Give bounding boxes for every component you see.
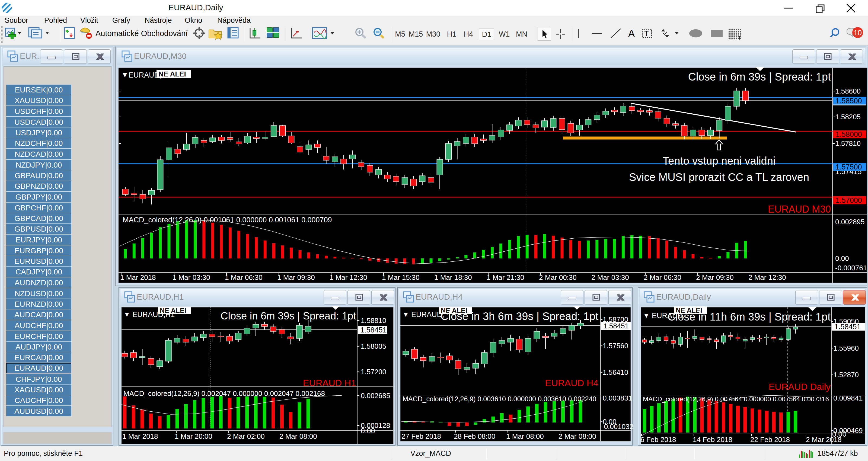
- svg-text:EURAUD H1: EURAUD H1: [303, 378, 356, 388]
- svg-text:1 Mar 21:30: 1 Mar 21:30: [487, 273, 524, 281]
- svg-text:EURAUD Daily: EURAUD Daily: [769, 381, 831, 392]
- svg-text:1.57000: 1.57000: [835, 196, 862, 205]
- svg-text:1.57500: 1.57500: [835, 163, 862, 171]
- svg-text:22 Feb 2018: 22 Feb 2018: [750, 435, 790, 443]
- svg-text:10: 10: [854, 29, 862, 37]
- svg-text:0.002685: 0.002685: [361, 392, 390, 400]
- svg-text:1 Mar 18:30: 1 Mar 18:30: [434, 273, 472, 281]
- svg-text:NE ALEI: NE ALEI: [158, 70, 186, 78]
- svg-text:1.56410: 1.56410: [603, 368, 628, 376]
- svg-text:1.58205: 1.58205: [835, 113, 861, 121]
- svg-text:1 Mar 20:00: 1 Mar 20:00: [175, 432, 212, 440]
- svg-text:2 Mar 08:00: 2 Mar 08:00: [558, 432, 596, 440]
- svg-text:1.57810: 1.57810: [835, 140, 861, 148]
- svg-text:▼: ▼: [123, 310, 130, 318]
- svg-text:1.58000: 1.58000: [835, 130, 862, 139]
- svg-text:1.58600: 1.58600: [835, 87, 861, 95]
- svg-text:1.57560: 1.57560: [603, 342, 628, 350]
- svg-text:0.009841: 0.009841: [833, 394, 863, 402]
- svg-text:EURAUD H4: EURAUD H4: [545, 378, 598, 388]
- svg-text:F: F: [739, 35, 742, 41]
- svg-text:0.003831: 0.003831: [603, 394, 632, 402]
- svg-text:1 Mar 2018: 1 Mar 2018: [120, 273, 156, 281]
- svg-text:-0.001032: -0.001032: [601, 423, 633, 431]
- svg-text:1 Mar 03:30: 1 Mar 03:30: [173, 273, 210, 281]
- svg-text:2 Mar 2018: 2 Mar 2018: [806, 435, 842, 443]
- svg-text:2 Mar 03:30: 2 Mar 03:30: [591, 273, 629, 281]
- svg-text:2 Mar 00:30: 2 Mar 00:30: [539, 273, 577, 281]
- svg-text:1.58451: 1.58451: [360, 326, 387, 334]
- svg-text:MACD_colored(12,26,9) 0.002047: MACD_colored(12,26,9) 0.002047 0.000000 …: [123, 390, 325, 398]
- svg-text:28 Feb 08:00: 28 Feb 08:00: [454, 432, 495, 440]
- svg-text:-0.000761: -0.000761: [835, 264, 867, 272]
- svg-text:MACD_colored(12,26,9) 0.003610: MACD_colored(12,26,9) 0.003610 0.000000 …: [403, 395, 596, 403]
- svg-text:Close in 6m 39s | Spread: 1pt: Close in 6m 39s | Spread: 1pt: [220, 310, 356, 321]
- svg-text:1.58810: 1.58810: [361, 316, 386, 325]
- svg-text:0.00: 0.00: [835, 254, 849, 263]
- svg-text:MACD_colored(12,26,9) 0.007564: MACD_colored(12,26,9) 0.007564 0.000000 …: [643, 395, 829, 403]
- svg-text:▼: ▼: [402, 310, 409, 318]
- svg-text:Tento vstup neni validni: Tento vstup neni validni: [663, 155, 775, 167]
- svg-text:1.57200: 1.57200: [361, 368, 386, 376]
- svg-text:1 Mar 06:30: 1 Mar 06:30: [225, 273, 262, 281]
- svg-text:Close in 3h 6m 39s | Spread: 1: Close in 3h 6m 39s | Spread: 1pt: [440, 310, 598, 322]
- svg-text:EURAUD M30: EURAUD M30: [768, 204, 831, 215]
- svg-text:1 Mar 09:30: 1 Mar 09:30: [277, 273, 315, 281]
- svg-text:A: A: [628, 28, 635, 39]
- svg-text:1.58451: 1.58451: [834, 323, 861, 331]
- svg-text:MACD_colored(12,26,9) 0.001061: MACD_colored(12,26,9) 0.001061 0.000000 …: [123, 216, 332, 224]
- svg-text:T: T: [644, 30, 649, 38]
- svg-text:2 Mar 02:00: 2 Mar 02:00: [227, 432, 265, 440]
- svg-text:2 Mar 08:00: 2 Mar 08:00: [279, 432, 317, 440]
- svg-text:1 Mar 08:00: 1 Mar 08:00: [506, 432, 544, 440]
- svg-text:2 Mar 09:30: 2 Mar 09:30: [696, 273, 734, 281]
- svg-text:1.52870: 1.52870: [833, 371, 859, 379]
- svg-text:1.55960: 1.55960: [833, 344, 859, 352]
- svg-text:14 Feb 2018: 14 Feb 2018: [693, 435, 733, 443]
- svg-text:▼: ▼: [121, 71, 129, 79]
- svg-text:Close in 6m 39s | Spread: 1pt: Close in 6m 39s | Spread: 1pt: [688, 71, 831, 83]
- svg-text:27 Feb 2018: 27 Feb 2018: [401, 432, 441, 440]
- svg-text:1 Mar 12:30: 1 Mar 12:30: [330, 273, 367, 281]
- svg-text:2 Mar 06:30: 2 Mar 06:30: [644, 273, 681, 281]
- svg-text:▼: ▼: [643, 311, 650, 319]
- svg-text:NE ALEI: NE ALEI: [160, 307, 186, 314]
- svg-text:1.58451: 1.58451: [603, 322, 629, 330]
- svg-text:1 Mar 15:30: 1 Mar 15:30: [382, 273, 420, 281]
- svg-text:Svice MUSI prorazit CC a TL za: Svice MUSI prorazit CC a TL zaroven: [629, 171, 809, 183]
- svg-text:1.58005: 1.58005: [361, 342, 386, 350]
- svg-text:0.002895: 0.002895: [835, 218, 865, 226]
- svg-text:0.00: 0.00: [361, 427, 375, 435]
- svg-text:6 Feb 2018: 6 Feb 2018: [641, 435, 676, 443]
- svg-text:1.58500: 1.58500: [835, 97, 862, 105]
- svg-text:Close in 11h 6m 39s | Spread:: Close in 11h 6m 39s | Spread: 1pt: [668, 311, 831, 323]
- svg-text:1 Mar 2018: 1 Mar 2018: [122, 432, 158, 440]
- svg-text:2 Mar 12:30: 2 Mar 12:30: [748, 273, 786, 281]
